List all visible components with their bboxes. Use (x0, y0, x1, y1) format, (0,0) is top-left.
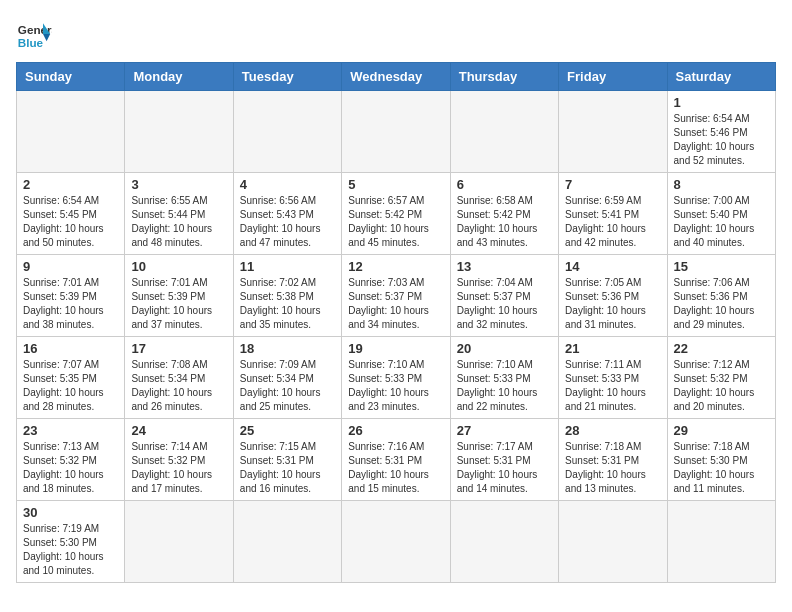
day-number: 19 (348, 341, 443, 356)
calendar-cell: 27Sunrise: 7:17 AMSunset: 5:31 PMDayligh… (450, 419, 558, 501)
day-number: 25 (240, 423, 335, 438)
day-info: Sunrise: 6:55 AMSunset: 5:44 PMDaylight:… (131, 194, 226, 250)
calendar-cell: 29Sunrise: 7:18 AMSunset: 5:30 PMDayligh… (667, 419, 775, 501)
day-info: Sunrise: 7:12 AMSunset: 5:32 PMDaylight:… (674, 358, 769, 414)
calendar-table: SundayMondayTuesdayWednesdayThursdayFrid… (16, 62, 776, 583)
day-info: Sunrise: 6:57 AMSunset: 5:42 PMDaylight:… (348, 194, 443, 250)
day-number: 27 (457, 423, 552, 438)
day-info: Sunrise: 7:10 AMSunset: 5:33 PMDaylight:… (457, 358, 552, 414)
calendar-week-row: 16Sunrise: 7:07 AMSunset: 5:35 PMDayligh… (17, 337, 776, 419)
day-info: Sunrise: 7:15 AMSunset: 5:31 PMDaylight:… (240, 440, 335, 496)
calendar-cell (342, 501, 450, 583)
calendar-cell: 30Sunrise: 7:19 AMSunset: 5:30 PMDayligh… (17, 501, 125, 583)
weekday-header-monday: Monday (125, 63, 233, 91)
day-info: Sunrise: 6:54 AMSunset: 5:46 PMDaylight:… (674, 112, 769, 168)
calendar-cell: 25Sunrise: 7:15 AMSunset: 5:31 PMDayligh… (233, 419, 341, 501)
calendar-cell: 1Sunrise: 6:54 AMSunset: 5:46 PMDaylight… (667, 91, 775, 173)
calendar-cell: 20Sunrise: 7:10 AMSunset: 5:33 PMDayligh… (450, 337, 558, 419)
calendar-cell: 23Sunrise: 7:13 AMSunset: 5:32 PMDayligh… (17, 419, 125, 501)
calendar-cell (450, 501, 558, 583)
day-number: 21 (565, 341, 660, 356)
calendar-cell: 8Sunrise: 7:00 AMSunset: 5:40 PMDaylight… (667, 173, 775, 255)
calendar-cell (667, 501, 775, 583)
calendar-cell: 18Sunrise: 7:09 AMSunset: 5:34 PMDayligh… (233, 337, 341, 419)
calendar-cell: 4Sunrise: 6:56 AMSunset: 5:43 PMDaylight… (233, 173, 341, 255)
calendar-week-row: 1Sunrise: 6:54 AMSunset: 5:46 PMDaylight… (17, 91, 776, 173)
day-number: 13 (457, 259, 552, 274)
weekday-header-wednesday: Wednesday (342, 63, 450, 91)
calendar-cell: 14Sunrise: 7:05 AMSunset: 5:36 PMDayligh… (559, 255, 667, 337)
day-info: Sunrise: 7:05 AMSunset: 5:36 PMDaylight:… (565, 276, 660, 332)
day-info: Sunrise: 6:56 AMSunset: 5:43 PMDaylight:… (240, 194, 335, 250)
day-number: 20 (457, 341, 552, 356)
day-info: Sunrise: 7:14 AMSunset: 5:32 PMDaylight:… (131, 440, 226, 496)
calendar-week-row: 2Sunrise: 6:54 AMSunset: 5:45 PMDaylight… (17, 173, 776, 255)
day-info: Sunrise: 7:07 AMSunset: 5:35 PMDaylight:… (23, 358, 118, 414)
calendar-cell: 2Sunrise: 6:54 AMSunset: 5:45 PMDaylight… (17, 173, 125, 255)
calendar-cell: 7Sunrise: 6:59 AMSunset: 5:41 PMDaylight… (559, 173, 667, 255)
weekday-header-sunday: Sunday (17, 63, 125, 91)
weekday-header-thursday: Thursday (450, 63, 558, 91)
day-info: Sunrise: 6:54 AMSunset: 5:45 PMDaylight:… (23, 194, 118, 250)
calendar-cell: 22Sunrise: 7:12 AMSunset: 5:32 PMDayligh… (667, 337, 775, 419)
day-number: 11 (240, 259, 335, 274)
day-number: 16 (23, 341, 118, 356)
calendar-cell: 5Sunrise: 6:57 AMSunset: 5:42 PMDaylight… (342, 173, 450, 255)
calendar-cell: 19Sunrise: 7:10 AMSunset: 5:33 PMDayligh… (342, 337, 450, 419)
calendar-cell: 28Sunrise: 7:18 AMSunset: 5:31 PMDayligh… (559, 419, 667, 501)
calendar-cell (17, 91, 125, 173)
calendar-cell: 13Sunrise: 7:04 AMSunset: 5:37 PMDayligh… (450, 255, 558, 337)
day-info: Sunrise: 7:04 AMSunset: 5:37 PMDaylight:… (457, 276, 552, 332)
calendar-cell: 21Sunrise: 7:11 AMSunset: 5:33 PMDayligh… (559, 337, 667, 419)
calendar-cell: 3Sunrise: 6:55 AMSunset: 5:44 PMDaylight… (125, 173, 233, 255)
calendar-cell (125, 91, 233, 173)
day-number: 12 (348, 259, 443, 274)
calendar-cell: 17Sunrise: 7:08 AMSunset: 5:34 PMDayligh… (125, 337, 233, 419)
day-info: Sunrise: 7:18 AMSunset: 5:30 PMDaylight:… (674, 440, 769, 496)
calendar-cell: 26Sunrise: 7:16 AMSunset: 5:31 PMDayligh… (342, 419, 450, 501)
day-number: 6 (457, 177, 552, 192)
day-info: Sunrise: 7:01 AMSunset: 5:39 PMDaylight:… (131, 276, 226, 332)
calendar-cell (233, 501, 341, 583)
logo-icon: General Blue (16, 16, 52, 52)
day-number: 2 (23, 177, 118, 192)
calendar-cell (342, 91, 450, 173)
day-number: 28 (565, 423, 660, 438)
calendar-cell: 11Sunrise: 7:02 AMSunset: 5:38 PMDayligh… (233, 255, 341, 337)
day-info: Sunrise: 6:59 AMSunset: 5:41 PMDaylight:… (565, 194, 660, 250)
day-number: 26 (348, 423, 443, 438)
calendar-week-row: 30Sunrise: 7:19 AMSunset: 5:30 PMDayligh… (17, 501, 776, 583)
day-info: Sunrise: 7:13 AMSunset: 5:32 PMDaylight:… (23, 440, 118, 496)
calendar-cell (559, 501, 667, 583)
day-info: Sunrise: 7:08 AMSunset: 5:34 PMDaylight:… (131, 358, 226, 414)
day-number: 14 (565, 259, 660, 274)
day-number: 30 (23, 505, 118, 520)
logo: General Blue (16, 16, 52, 52)
day-number: 10 (131, 259, 226, 274)
day-info: Sunrise: 7:06 AMSunset: 5:36 PMDaylight:… (674, 276, 769, 332)
day-number: 5 (348, 177, 443, 192)
svg-text:Blue: Blue (18, 36, 44, 49)
calendar-cell (559, 91, 667, 173)
calendar-cell (450, 91, 558, 173)
day-number: 22 (674, 341, 769, 356)
day-info: Sunrise: 7:09 AMSunset: 5:34 PMDaylight:… (240, 358, 335, 414)
day-number: 29 (674, 423, 769, 438)
calendar-cell (233, 91, 341, 173)
day-number: 3 (131, 177, 226, 192)
day-info: Sunrise: 7:10 AMSunset: 5:33 PMDaylight:… (348, 358, 443, 414)
calendar-cell: 6Sunrise: 6:58 AMSunset: 5:42 PMDaylight… (450, 173, 558, 255)
calendar-cell: 15Sunrise: 7:06 AMSunset: 5:36 PMDayligh… (667, 255, 775, 337)
day-info: Sunrise: 7:01 AMSunset: 5:39 PMDaylight:… (23, 276, 118, 332)
page-header: General Blue (16, 16, 776, 52)
calendar-cell (125, 501, 233, 583)
calendar-cell: 16Sunrise: 7:07 AMSunset: 5:35 PMDayligh… (17, 337, 125, 419)
day-info: Sunrise: 7:19 AMSunset: 5:30 PMDaylight:… (23, 522, 118, 578)
weekday-header-saturday: Saturday (667, 63, 775, 91)
day-info: Sunrise: 7:00 AMSunset: 5:40 PMDaylight:… (674, 194, 769, 250)
day-number: 18 (240, 341, 335, 356)
day-info: Sunrise: 7:18 AMSunset: 5:31 PMDaylight:… (565, 440, 660, 496)
day-info: Sunrise: 7:02 AMSunset: 5:38 PMDaylight:… (240, 276, 335, 332)
calendar-cell: 10Sunrise: 7:01 AMSunset: 5:39 PMDayligh… (125, 255, 233, 337)
weekday-header-tuesday: Tuesday (233, 63, 341, 91)
